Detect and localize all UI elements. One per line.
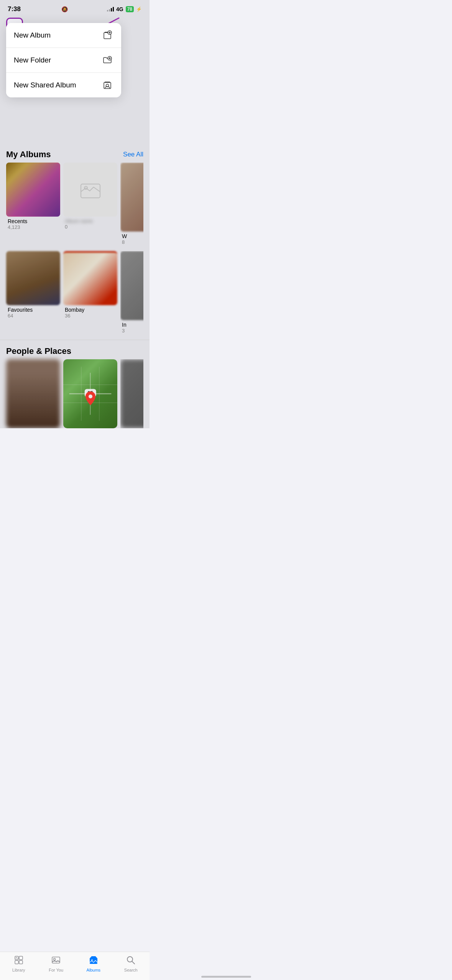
people-partial[interactable] [120, 359, 143, 428]
person-thumb-1[interactable] [6, 359, 60, 428]
svg-rect-11 [81, 184, 100, 198]
new-album-item[interactable]: New Album [6, 23, 121, 48]
battery-percent: 78 [126, 6, 134, 12]
main-content: My Albums See All Recents 4,123 [0, 146, 150, 428]
people-places-title: People & Places [0, 343, 150, 359]
album-empty-count: 0 [63, 224, 117, 230]
album-empty-thumb [63, 163, 117, 217]
album-partial-2[interactable]: In 3 [120, 251, 143, 334]
album-favourites[interactable]: Favourites 64 [6, 251, 60, 334]
album-partial-count: 8 [120, 239, 143, 245]
battery-icon: ⚡ [136, 7, 142, 12]
status-right: 4G 78 ⚡ [107, 6, 142, 12]
album-favourites-thumb [6, 251, 60, 305]
network-type: 4G [116, 6, 123, 12]
albums-row-1: Recents 4,123 Album name 0 W 8 [0, 163, 150, 334]
signal-bar-4 [113, 7, 114, 12]
new-folder-label: New Folder [14, 56, 51, 64]
album-bombay-thumb [63, 251, 117, 305]
svg-point-17 [89, 395, 92, 398]
map-thumb[interactable]: 35 [63, 359, 117, 428]
new-shared-album-item[interactable]: New Shared Album [6, 73, 121, 97]
album-recents[interactable]: Recents 4,123 [6, 163, 60, 245]
album-favourites-name: Favourites [6, 307, 60, 313]
signal-bar-1 [107, 10, 108, 12]
album-partial-name: W [120, 233, 143, 239]
new-folder-item[interactable]: New Folder [6, 48, 121, 73]
dropdown-menu: New Album New Folder New Shared Album [6, 23, 121, 97]
album-empty-name: Album name [63, 218, 117, 224]
album-bombay-count: 36 [63, 313, 117, 319]
svg-rect-9 [105, 82, 110, 82]
album-recents-count: 4,123 [6, 224, 60, 230]
people-places-row: 35 [0, 359, 150, 428]
album-recents-thumb [6, 163, 60, 217]
new-shared-album-icon [101, 79, 113, 91]
section-divider [0, 340, 150, 340]
see-all-button[interactable]: See All [123, 151, 143, 158]
signal-bar-2 [109, 9, 110, 12]
album-partial-2-count: 3 [120, 328, 143, 334]
signal-bars [107, 7, 114, 12]
status-bar: 7:38 🔕 4G 78 ⚡ [0, 0, 150, 16]
status-time: 7:38 [8, 5, 21, 13]
album-empty[interactable]: Album name 0 [63, 163, 117, 245]
album-bombay[interactable]: Bombay 36 [63, 251, 117, 334]
album-bombay-name: Bombay [63, 307, 117, 313]
new-shared-album-label: New Shared Album [14, 81, 76, 89]
new-album-icon [101, 29, 113, 41]
my-albums-title: My Albums [6, 150, 51, 159]
album-partial-2-name: In [120, 322, 143, 328]
my-albums-header: My Albums See All [0, 146, 150, 163]
signal-bar-3 [111, 8, 112, 12]
album-favourites-count: 64 [6, 313, 60, 319]
new-folder-icon [101, 54, 113, 66]
album-recents-name: Recents [6, 218, 60, 224]
album-partial-1[interactable]: W 8 [120, 163, 143, 245]
new-album-label: New Album [14, 31, 51, 39]
mute-icon: 🔕 [61, 6, 68, 12]
